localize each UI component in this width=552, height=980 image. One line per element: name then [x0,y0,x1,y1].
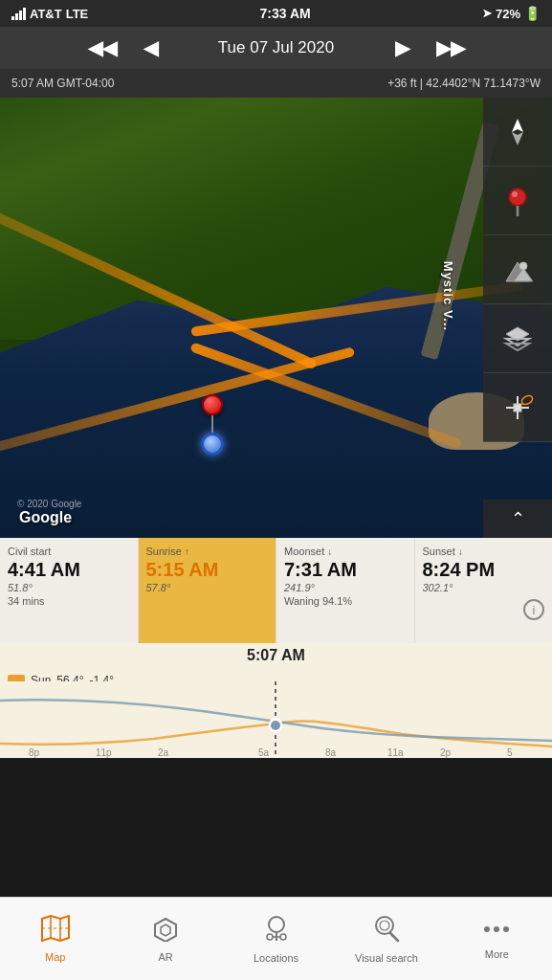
map-nav-label: Map [45,951,65,963]
svg-text:8p: 8p [29,747,40,758]
status-bar: AT&T LTE 7:33 AM ➤ 72% 🔋 [0,0,552,27]
sunrise-arrow: ↑ [185,546,189,557]
moonset-time: 7:31 AM [284,559,407,580]
svg-text:2a: 2a [158,747,169,758]
nav-item-visual-search[interactable]: Visual search [331,898,441,980]
pin-button[interactable] [483,167,552,235]
battery-label: 72% [496,7,520,21]
more-nav-label: More [485,948,509,960]
info-bar: 5:07 AM GMT-04:00 +36 ft | 42.4402°N 71.… [0,69,552,98]
pin-base [201,433,224,456]
satellite-button[interactable] [483,373,552,442]
map-icon [41,915,70,947]
sunset-arrow: ↓ [458,546,463,557]
terrain-button[interactable] [483,235,552,304]
svg-point-38 [280,934,286,940]
map-area[interactable]: Google © 2020 Google [0,98,552,538]
svg-point-3 [512,191,518,197]
date-navigation: ◀◀ ◀ Tue 07 Jul 2020 ▶ ▶▶ [0,27,552,69]
svg-text:2p: 2p [440,747,452,758]
civil-start-time: 4:41 AM [8,559,130,580]
time-gmt-label: 5:07 AM GMT-04:00 [11,77,114,90]
time-events-row: Civil start 4:41 AM 51.8° 34 mins Sunris… [0,538,552,643]
svg-text:5: 5 [507,747,513,758]
svg-point-42 [380,921,389,930]
svg-point-7 [519,262,527,270]
prev-button[interactable]: ◀ [140,36,162,59]
skip-forward-button[interactable]: ▶▶ [432,36,469,59]
chart-svg-container: 8p 11p 2a 5a 8a 11a 2p 5 [0,681,552,758]
svg-point-16 [520,393,534,406]
scroll-up-button[interactable]: ⌃ [483,500,552,538]
svg-text:5a: 5a [258,747,270,758]
svg-line-41 [390,933,398,941]
moonset-event: Moonset ↓ 7:31 AM 241.9° Waning 94.1% [276,538,415,643]
navigation-button[interactable] [483,98,552,167]
chart-current-time: 5:07 AM [247,647,305,664]
moonset-arrow: ↓ [327,546,332,557]
sunset-time: 8:24 PM [423,559,545,580]
chart-svg: 8p 11p 2a 5a 8a 11a 2p 5 [0,681,552,758]
locations-icon [263,914,290,948]
svg-point-43 [484,926,490,932]
next-button[interactable]: ▶ [391,36,413,59]
status-time: 7:33 AM [260,6,311,21]
mystic-label: Mystic V... [441,261,455,331]
sunset-sub: 302.1° [423,582,545,593]
civil-start-extra: 34 mins [8,595,130,607]
date-label: Tue 07 Jul 2020 [181,38,372,57]
carrier-label: AT&T [30,7,62,21]
visual-search-icon [373,914,400,948]
map-buttons [483,98,552,442]
visual-search-nav-label: Visual search [355,952,418,964]
sunset-label: Sunset ↓ [423,546,545,557]
svg-marker-33 [155,919,176,942]
svg-marker-34 [161,924,170,936]
pin-head [202,394,223,415]
sunrise-label: Sunrise ↑ [146,546,269,557]
signal-bars [11,8,26,20]
location-pin [201,394,224,456]
nav-item-locations[interactable]: Locations [221,898,331,980]
pin-stem [211,415,213,434]
ar-icon [151,915,180,947]
coordinates-label: +36 ft | 42.4402°N 71.1473°W [387,77,541,90]
svg-point-40 [376,917,393,934]
svg-marker-0 [512,119,523,132]
layers-button[interactable] [483,304,552,373]
svg-point-2 [509,189,526,206]
chart-area: 5:07 AM Sun 56.4° -1.4° Moon 215.0° +18.… [0,643,552,758]
skip-back-button[interactable]: ◀◀ [84,36,121,59]
svg-point-45 [503,926,509,932]
google-logo: Google [19,509,72,526]
civil-start-sub: 51.8° [8,582,130,593]
nav-item-more[interactable]: More [442,898,552,980]
svg-point-37 [267,934,273,940]
nav-item-ar[interactable]: AR [110,898,220,980]
svg-text:11p: 11p [96,747,112,758]
svg-point-20 [270,720,281,731]
sunrise-event: Sunrise ↑ 5:15 AM 57.8° [139,538,277,643]
status-left: AT&T LTE [11,7,88,21]
civil-start-event: Civil start 4:41 AM 51.8° 34 mins [0,538,139,643]
svg-text:11a: 11a [387,747,404,758]
network-type-label: LTE [66,7,89,21]
svg-marker-1 [512,132,523,145]
moonset-label: Moonset ↓ [284,546,407,557]
locations-nav-label: Locations [254,952,298,964]
moonset-extra: Waning 94.1% [284,595,407,607]
location-icon: ➤ [482,7,492,20]
info-button[interactable]: i [523,599,544,620]
map-copyright: © 2020 Google [17,499,81,509]
more-icon [482,918,511,945]
battery-icon: 🔋 [524,6,541,21]
svg-text:8a: 8a [325,747,337,758]
status-right: ➤ 72% 🔋 [482,6,541,21]
svg-point-35 [269,917,284,932]
moonset-sub: 241.9° [284,582,407,593]
nav-item-map[interactable]: Map [0,898,110,980]
svg-point-44 [494,926,499,932]
civil-start-label: Civil start [8,546,130,557]
sunrise-sub: 57.8° [146,582,269,593]
svg-rect-11 [514,404,521,412]
